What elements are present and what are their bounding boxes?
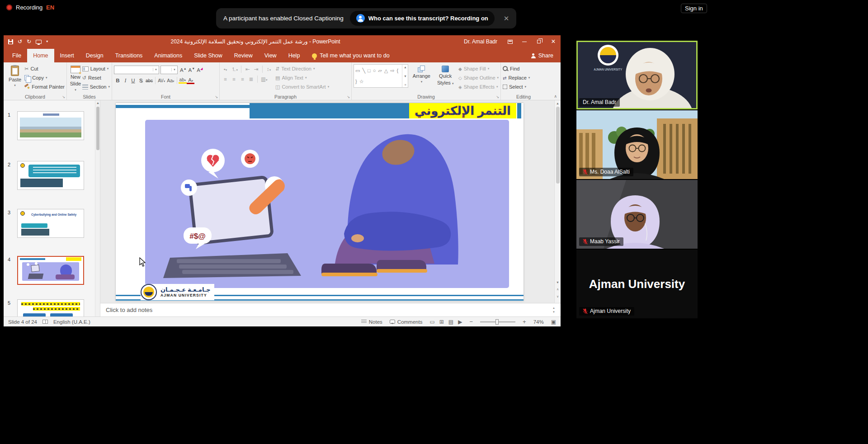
tab-file[interactable]: File [6,49,27,62]
shape-gallery[interactable]: ▭ ╲ □ ○ ▱ △ ⇨ { } ☆ ▲ ▼ ≡ [354,64,408,88]
columns-button[interactable]: ▥▾ [260,76,268,82]
tab-insert[interactable]: Insert [54,49,80,62]
align-center-button[interactable]: ≡ [230,76,238,82]
underline-button[interactable]: U [129,78,137,83]
tab-view[interactable]: View [259,49,283,62]
shape-outline-button[interactable]: ◇Shape Outline▾ [458,73,499,82]
slide-scrollbar[interactable]: ▲ ▼ ∧ ∨ [554,100,561,303]
thumbnails-scroll-up-icon[interactable]: ▲ [96,101,99,104]
gallery-up-icon[interactable]: ▲ [404,66,407,69]
save-icon[interactable] [8,39,13,44]
thumbnail-slide-3[interactable]: Cyberbullying and Online Safety [17,209,84,238]
tab-home[interactable]: Home [27,49,54,62]
replace-button[interactable]: ⇄Replace▾ [503,73,544,82]
convert-smartart-button[interactable]: ◫Convert to SmartArt▾ [275,82,329,91]
font-dialog-launcher[interactable]: ↘ [215,95,218,99]
notes-toggle-button[interactable]: Notes [361,319,382,325]
drawing-dialog-launcher[interactable]: ↘ [496,95,499,99]
align-left-button[interactable]: ≡ [222,76,229,82]
line-shape-icon[interactable]: ╲ [362,68,365,74]
next-slide-button[interactable]: ∨ [555,295,561,298]
align-right-button[interactable]: ≡ [239,76,246,82]
line-spacing-button[interactable]: ↕▾ [265,66,273,72]
start-slideshow-icon[interactable] [36,40,42,44]
notes-pane[interactable]: Click to add notes ▲▼ [100,303,561,316]
numbering-button[interactable]: ⒈▾ [230,66,239,73]
new-slide-button[interactable]: New Slide ▾ [69,64,82,92]
tab-transitions[interactable]: Transitions [109,49,149,62]
previous-slide-button[interactable]: ∧ [555,288,561,291]
tab-review[interactable]: Review [228,49,259,62]
minimize-button[interactable] [517,35,532,48]
clipboard-dialog-launcher[interactable]: ↘ [62,95,65,99]
triangle-shape-icon[interactable]: △ [384,68,388,74]
scroll-up-icon[interactable]: ▲ [555,102,561,105]
collapse-ribbon-button[interactable]: ∧ [554,94,557,99]
fit-slide-button[interactable]: ▣ [551,319,556,325]
grow-font-button[interactable]: A▲ [179,67,188,73]
format-painter-button[interactable]: Format Painter [24,82,65,91]
font-name-combo[interactable]: ▾ [114,66,159,74]
quick-styles-button[interactable]: Quick Styles ▾ [434,64,456,91]
font-color-button[interactable]: A▾ [187,77,194,84]
paste-button[interactable]: Paste ▾ [5,64,24,91]
italic-button[interactable]: I [122,78,129,83]
sign-in-button[interactable]: Sign in [681,4,707,13]
decrease-indent-button[interactable]: ⇤ [244,66,251,72]
change-case-button[interactable]: Aa▾ [166,78,175,83]
paragraph-dialog-launcher[interactable]: ↘ [347,95,350,99]
share-button[interactable]: Share [531,49,553,62]
language-badge[interactable]: EN [46,4,54,11]
parallelogram-shape-icon[interactable]: ▱ [378,68,382,74]
thumbnail-slide-4-selected[interactable] [17,256,84,285]
justify-button[interactable]: ≣ [247,76,255,82]
thumbnail-slide-2[interactable] [17,161,84,190]
tab-design[interactable]: Design [80,49,109,62]
comments-toggle-button[interactable]: Comments [390,319,423,325]
participant-tile-3[interactable]: Maab Yassir [576,180,698,249]
find-button[interactable]: Find [503,64,544,73]
account-name[interactable]: Dr. Amal Badr [464,38,497,45]
square-shape-icon[interactable]: □ [368,68,371,74]
arrange-button[interactable]: Arrange ▾ [410,64,432,91]
cyberbullying-illustration[interactable]: #$@ [145,120,509,288]
notes-up-icon[interactable]: ▲ [552,306,555,310]
rectangle-shape-icon[interactable]: ▭ [355,68,360,74]
tab-slideshow[interactable]: Slide Show [188,49,228,62]
section-button[interactable]: Section▾ [82,82,110,91]
arrow-shape-icon[interactable]: ⇨ [390,68,394,74]
thumbnail-slide-1[interactable] [17,111,84,140]
ribbon-display-options-button[interactable] [503,35,517,48]
participant-tile-2[interactable]: Ms. Doaa AlSalti [576,110,698,179]
star-shape-icon[interactable]: ☆ [359,79,364,85]
scroll-down-icon[interactable]: ▼ [555,281,561,284]
bullets-button[interactable]: •▾ [222,66,229,72]
slideshow-view-button[interactable]: ▶ [458,319,462,325]
thumbnail-slide-5[interactable] [17,299,84,316]
highlight-color-button[interactable]: ab▾ [179,77,187,84]
clear-formatting-button[interactable]: A◢ [196,67,203,73]
brace-shape-icon[interactable]: { [397,68,399,74]
text-shadow-button[interactable]: S [137,78,145,83]
slide-sorter-view-button[interactable]: ⊞ [439,319,444,325]
language-status[interactable]: English (U.A.E.) [53,319,90,325]
reset-button[interactable]: ↺Reset [82,73,110,82]
increase-indent-button[interactable]: ⇥ [252,66,260,72]
qat-customize-icon[interactable]: ▾ [46,40,48,43]
shape-effects-button[interactable]: ◈Shape Effects▾ [458,82,499,91]
layout-button[interactable]: Layout▾ [82,64,110,73]
font-size-combo[interactable]: ▾ [160,66,178,74]
text-direction-button[interactable]: ⇵Text Direction▾ [275,64,329,73]
toast-close-icon[interactable]: ✕ [504,14,509,23]
redo-icon[interactable]: ↻ [27,39,31,44]
zoom-percent[interactable]: 74% [533,319,544,325]
brace2-shape-icon[interactable]: } [355,79,357,85]
proofing-icon[interactable] [42,320,48,324]
thumbnails-scrollbar[interactable]: ▲ [95,100,100,316]
tell-me-box[interactable]: Tell me what you want to do [312,49,389,62]
gallery-more-icon[interactable]: ≡ [404,83,406,86]
slide-counter[interactable]: Slide 4 of 24 [8,319,37,325]
reading-view-button[interactable]: ▤ [448,319,453,325]
tab-animations[interactable]: Animations [148,49,188,62]
close-button[interactable]: × [546,35,561,48]
